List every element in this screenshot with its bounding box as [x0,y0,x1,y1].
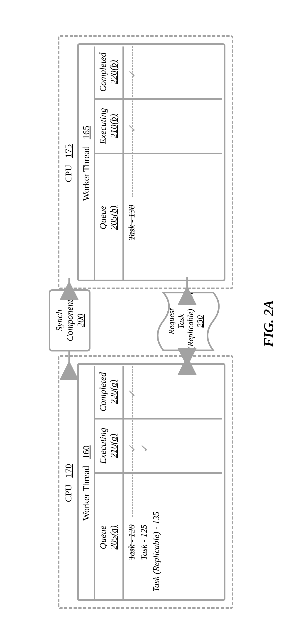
cpu-a-title: CPU 170 [63,442,74,524]
arrow-synch-to-cpu-a [64,350,75,366]
cpu-b-ref: 175 [63,144,74,158]
worker-b-title: Worker Thread 165 [81,100,92,227]
task-b0-comp-check: ✓ [126,69,138,78]
col-a-queue: Queue 205(a) [98,506,119,569]
worker-b-title-text: Worker Thread [81,146,91,201]
synch-component-box: Synch Component 200 [49,289,90,352]
request-task-doc: Request Task (Replicable) 135 230 [154,292,222,352]
doc-name-line2: Task [176,294,186,349]
doc-name-line1: Request [167,294,176,349]
cpu-a-ref: 170 [63,464,74,478]
task-b0-exec-check: ✓ [126,123,138,133]
arrow-doc-cpu-a-double [182,350,193,366]
worker-a-title: Worker Thread 160 [81,420,92,546]
worker-b-c1 [94,152,222,154]
worker-a-h2 [122,366,124,601]
arrow-cpu-b-to-doc [182,276,193,292]
col-b-exec: Executing 210(b) [98,100,119,152]
col-b-queue: Queue 205(b) [98,186,119,250]
cpu-a-title-text: CPU [63,484,74,502]
worker-a-h1 [94,366,95,601]
task-a2: Task (Replicable) - 135 [151,512,161,592]
worker-a-c2 [94,418,222,420]
synch-ref: 200 [75,291,86,350]
task-a1: Task - 125 [139,524,149,560]
doc-ref: 230 [195,294,205,349]
cpu-b-title: CPU 175 [63,122,74,204]
col-a-exec: Executing 210(a) [98,420,119,472]
task-a0-comp-check: ✓ [126,389,138,398]
cpu-b-title-text: CPU [63,165,74,182]
worker-a-ref: 160 [81,445,91,459]
task-a0: Task - 120 [126,524,136,560]
worker-a-title-text: Worker Thread [81,466,91,520]
worker-b-c2 [94,98,222,100]
doc-name-line3: (Replicable) 135 [186,294,195,349]
task-b0: Task - 130 [126,205,136,240]
task-a1-exec-check: ✓ [139,443,150,452]
synch-name: Synch Component [54,291,75,350]
arrow-synch-to-cpu-b [64,276,75,292]
worker-a-c1 [94,472,222,474]
col-a-comp: Completed 220(a) [98,366,119,418]
col-b-comp: Completed 220(b) [98,46,119,98]
task-a0-exec-check: ✓ [126,443,138,452]
worker-b-ref: 165 [81,126,91,139]
worker-b-h2 [122,46,124,281]
worker-b-h1 [94,46,95,281]
figure-label: FIG. 2A [261,300,276,347]
